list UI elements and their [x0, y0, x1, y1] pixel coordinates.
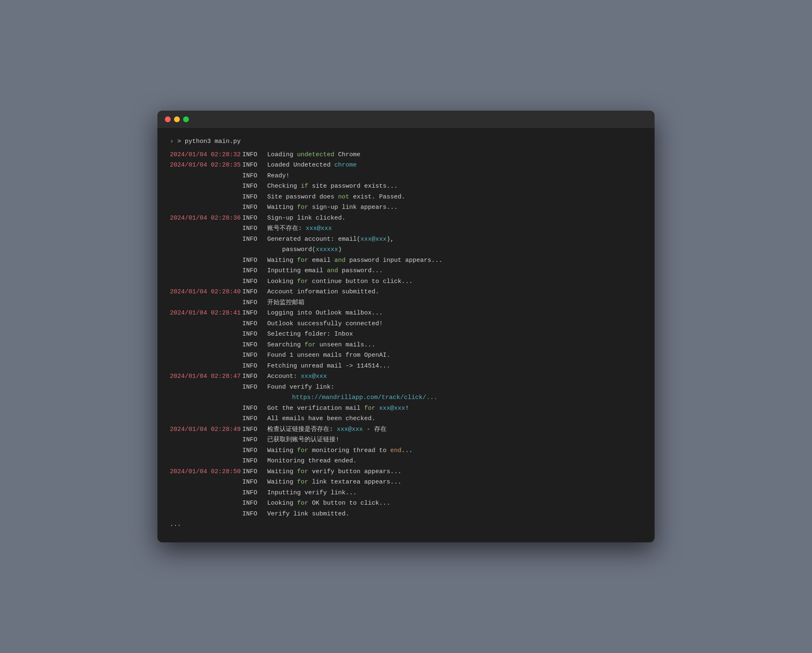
log-timestamp: [170, 350, 242, 361]
log-level: INFO: [242, 456, 267, 467]
log-level: INFO: [242, 350, 267, 361]
log-level: INFO: [242, 192, 267, 203]
log-message: 已获取到账号的认证链接!: [267, 435, 339, 445]
log-timestamp: [170, 414, 242, 424]
log-line: INFOAll emails have been checked.: [170, 414, 642, 424]
maximize-button[interactable]: [183, 116, 189, 122]
log-line: 2024/01/04 02:28:36INFOSign-up link clic…: [170, 213, 642, 224]
log-timestamp: [170, 297, 242, 308]
log-level: INFO: [242, 266, 267, 276]
log-timestamp: [170, 403, 242, 414]
terminal-lines: 2024/01/04 02:28:32INFOLoading undetecte…: [170, 150, 642, 520]
log-level: INFO: [242, 255, 267, 266]
log-message: Found 1 unseen mails from OpenAI.: [267, 350, 390, 361]
log-level: INFO: [242, 403, 267, 414]
log-level: INFO: [242, 424, 267, 435]
log-line: INFOWaiting for monitoring thread to end…: [170, 445, 642, 456]
log-timestamp: [170, 498, 242, 509]
log-level: INFO: [242, 223, 267, 234]
log-timestamp: [170, 329, 242, 340]
log-level: INFO: [242, 414, 267, 424]
titlebar: [157, 111, 655, 128]
log-message: Inputting email and password...: [267, 266, 383, 276]
log-line: INFOWaiting for email and password input…: [170, 255, 642, 266]
log-timestamp: [170, 456, 242, 467]
log-line: https://mandrillapp.com/track/click/...: [170, 392, 642, 403]
log-line: INFOLooking for continue button to click…: [170, 276, 642, 287]
ellipsis: ...: [170, 519, 642, 530]
log-line: 2024/01/04 02:28:49INFO检查认证链接是否存在: xxx@x…: [170, 424, 642, 435]
log-message: Waiting for monitoring thread to end...: [267, 445, 413, 456]
log-timestamp: [170, 477, 242, 488]
log-level: INFO: [242, 181, 267, 192]
log-line: INFOOutlook successfully connected!: [170, 319, 642, 329]
terminal-window: › > python3 main.py 2024/01/04 02:28:32I…: [157, 111, 655, 542]
log-timestamp: 2024/01/04 02:28:36: [170, 213, 242, 224]
log-message: Account information submitted.: [267, 287, 379, 297]
log-message: 开始监控邮箱: [267, 297, 304, 308]
log-line: INFOFound verify link:: [170, 382, 642, 393]
log-line: INFOMonitoring thread ended.: [170, 456, 642, 467]
log-line: 2024/01/04 02:28:32INFOLoading undetecte…: [170, 150, 642, 160]
log-timestamp: [170, 509, 242, 520]
log-line: 2024/01/04 02:28:41INFOLogging into Outl…: [170, 308, 642, 319]
log-line: INFOSearching for unseen mails...: [170, 340, 642, 351]
log-level: INFO: [242, 361, 267, 372]
log-level: INFO: [242, 297, 267, 308]
log-line: INFOWaiting for sign-up link appears...: [170, 202, 642, 213]
log-timestamp: [170, 202, 242, 213]
log-level: INFO: [242, 445, 267, 456]
log-line: INFOGenerated account: email(xxx@xxx),: [170, 234, 642, 245]
log-timestamp: 2024/01/04 02:28:41: [170, 308, 242, 319]
log-line: INFOSite password does not exist. Passed…: [170, 192, 642, 203]
log-message: Found verify link:: [267, 382, 334, 393]
log-line: INFOInputting verify link...: [170, 488, 642, 498]
log-timestamp: [170, 435, 242, 445]
log-timestamp: [170, 192, 242, 203]
log-timestamp: [170, 266, 242, 276]
log-level: INFO: [242, 371, 267, 382]
log-message: Verify link submitted.: [267, 509, 349, 520]
log-line: INFO开始监控邮箱: [170, 297, 642, 308]
log-line: INFOLooking for OK button to click...: [170, 498, 642, 509]
log-message: All emails have been checked.: [267, 414, 375, 424]
log-message: 检查认证链接是否存在: xxx@xxx - 存在: [267, 424, 387, 435]
log-line: INFOGot the verification mail for xxx@xx…: [170, 403, 642, 414]
log-level: INFO: [242, 308, 267, 319]
terminal-body: › > python3 main.py 2024/01/04 02:28:32I…: [157, 128, 655, 542]
close-button[interactable]: [165, 116, 171, 122]
prompt-line: › > python3 main.py: [170, 136, 642, 147]
log-timestamp: 2024/01/04 02:28:40: [170, 287, 242, 297]
log-line: password(xxxxxx): [170, 244, 642, 255]
log-message: Looking for continue button to click...: [267, 276, 413, 287]
log-line: INFOVerify link submitted.: [170, 509, 642, 520]
log-timestamp: 2024/01/04 02:28:47: [170, 371, 242, 382]
log-level: INFO: [242, 382, 267, 393]
prompt-text: > python3 main.py: [177, 138, 241, 145]
log-message: Fetching unread mail -> 114514...: [267, 361, 390, 372]
log-line: 2024/01/04 02:28:40INFOAccount informati…: [170, 287, 642, 297]
log-message: Logging into Outlook mailbox...: [267, 308, 383, 319]
log-message: password(xxxxxx): [267, 244, 342, 255]
log-message: Inputting verify link...: [267, 488, 357, 498]
log-line: 2024/01/04 02:28:47INFOAccount: xxx@xxx: [170, 371, 642, 382]
log-level: INFO: [242, 213, 267, 224]
log-line: 2024/01/04 02:28:35INFOLoaded Undetected…: [170, 160, 642, 171]
log-message: https://mandrillapp.com/track/click/...: [292, 392, 437, 403]
log-line: INFOFound 1 unseen mails from OpenAI.: [170, 350, 642, 361]
log-timestamp: [170, 255, 242, 266]
minimize-button[interactable]: [174, 116, 180, 122]
log-timestamp: 2024/01/04 02:28:49: [170, 424, 242, 435]
log-message: Loaded Undetected chrome: [267, 160, 357, 171]
log-level: INFO: [242, 509, 267, 520]
log-level: INFO: [242, 160, 267, 171]
log-message: Outlook successfully connected!: [267, 319, 383, 329]
log-timestamp: [170, 181, 242, 192]
log-level: INFO: [242, 276, 267, 287]
log-line: INFOWaiting for link textarea appears...: [170, 477, 642, 488]
log-timestamp: 2024/01/04 02:28:50: [170, 467, 242, 477]
log-level: INFO: [242, 467, 267, 477]
log-message: Generated account: email(xxx@xxx),: [267, 234, 394, 245]
log-level: INFO: [242, 171, 267, 181]
log-message: Checking if site password exists...: [267, 181, 398, 192]
